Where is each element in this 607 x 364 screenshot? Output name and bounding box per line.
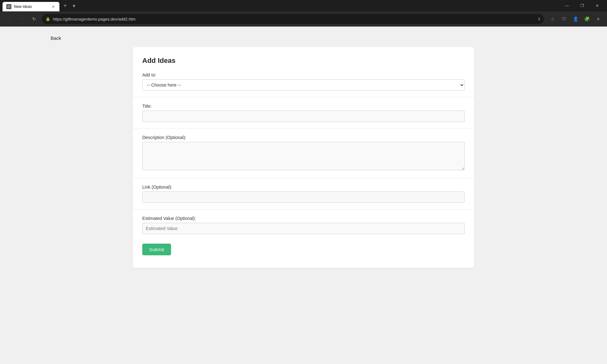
submit-button[interactable]: Submit [142,244,171,255]
forward-button[interactable]: → [16,14,27,24]
estimated-value-field-group: Estimated Value (Optional): [142,216,465,234]
section-divider-2 [133,128,474,129]
title-label: Title: [142,104,465,109]
tab-favicon [6,4,11,9]
active-tab[interactable]: New Ideas ✕ [3,2,59,11]
add-to-field-group: Add to: -- Choose here -- [142,72,465,91]
title-field-group: Title: [142,104,465,122]
add-to-label: Add to: [142,72,465,77]
section-divider-4 [133,209,474,209]
menu-icon[interactable]: ≡ [593,14,603,24]
tab-title: New Ideas [14,4,49,9]
page-content: Back Add Ideas Add to: -- Choose here --… [0,27,607,364]
form-title: Add Ideas [142,57,465,65]
title-input[interactable] [142,111,465,122]
description-label: Description (Optional): [142,135,465,140]
back-button[interactable]: ← [4,14,14,24]
tab-close-button[interactable]: ✕ [51,4,56,9]
description-field-group: Description (Optional): [142,135,465,172]
url-text: https://giftmanagerdemo.pages.dev/add2.h… [53,17,536,21]
estimated-value-input[interactable] [142,223,465,234]
add-to-select[interactable]: -- Choose here -- [142,79,465,91]
bookmark-icon[interactable]: ☆ [548,14,558,24]
tab-overflow-button[interactable]: ▾ [70,1,78,10]
estimated-value-label: Estimated Value (Optional): [142,216,465,221]
section-divider-3 [133,178,474,178]
extensions-icon[interactable]: 🧩 [582,14,592,24]
refresh-button[interactable]: ↻ [29,14,39,24]
link-field-group: Link (Optional): [142,185,465,203]
form-card: Add Ideas Add to: -- Choose here -- Titl… [133,47,474,268]
window-controls: — ❐ ✕ [560,1,604,10]
browser-chrome: New Ideas ✕ + ▾ — ❐ ✕ ← → ↻ 🔒 https://gi… [0,0,607,27]
toolbar-icons: ☆ 🛡 👤 🧩 ≡ [548,14,603,24]
pocket-icon[interactable]: 🛡 [559,14,569,24]
description-textarea[interactable] [142,142,465,170]
new-tab-button[interactable]: + [61,1,70,10]
close-button[interactable]: ✕ [590,1,604,10]
minimize-button[interactable]: — [560,1,574,10]
account-icon[interactable]: 👤 [570,14,580,24]
restore-button[interactable]: ❐ [575,1,589,10]
url-bar[interactable]: 🔒 https://giftmanagerdemo.pages.dev/add2… [42,14,544,24]
link-label: Link (Optional): [142,185,465,190]
section-divider-1 [133,97,474,97]
url-info-icon: ℹ [538,17,540,21]
address-bar: ← → ↻ 🔒 https://giftmanagerdemo.pages.de… [0,11,607,27]
tab-bar: New Ideas ✕ + ▾ — ❐ ✕ [0,0,607,11]
back-link[interactable]: Back [51,35,61,41]
link-input[interactable] [142,191,465,203]
lock-icon: 🔒 [46,17,50,21]
svg-rect-0 [7,5,10,8]
